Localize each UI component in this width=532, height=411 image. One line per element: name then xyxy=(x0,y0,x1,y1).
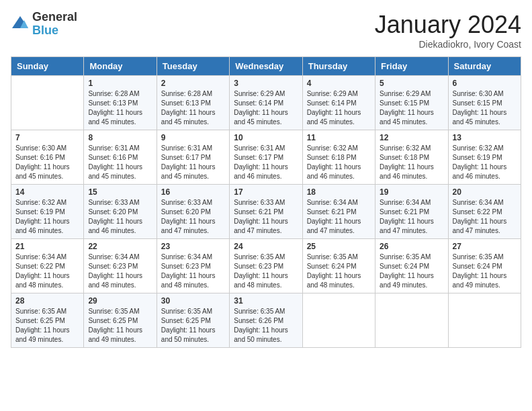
day-number: 17 xyxy=(234,187,298,197)
day-info: Sunrise: 6:28 AM Sunset: 6:13 PM Dayligh… xyxy=(88,89,152,127)
calendar-cell: 14Sunrise: 6:32 AM Sunset: 6:19 PM Dayli… xyxy=(11,185,84,239)
day-info: Sunrise: 6:34 AM Sunset: 6:21 PM Dayligh… xyxy=(307,198,371,236)
day-info: Sunrise: 6:34 AM Sunset: 6:22 PM Dayligh… xyxy=(15,253,79,290)
logo-blue: Blue xyxy=(32,24,77,38)
day-number: 23 xyxy=(161,242,225,251)
page-header: General Blue January 2024 Diekadiokro, I… xyxy=(11,11,521,50)
day-number: 30 xyxy=(161,296,225,306)
day-info: Sunrise: 6:29 AM Sunset: 6:14 PM Dayligh… xyxy=(234,89,298,127)
calendar-cell xyxy=(302,293,375,348)
calendar-cell: 20Sunrise: 6:34 AM Sunset: 6:22 PM Dayli… xyxy=(448,185,521,239)
logo: General Blue xyxy=(11,11,77,38)
calendar-cell: 11Sunrise: 6:32 AM Sunset: 6:18 PM Dayli… xyxy=(302,130,375,185)
calendar-cell: 12Sunrise: 6:32 AM Sunset: 6:18 PM Dayli… xyxy=(375,130,448,185)
day-number: 12 xyxy=(380,133,443,142)
day-number: 4 xyxy=(307,79,371,88)
day-info: Sunrise: 6:32 AM Sunset: 6:18 PM Dayligh… xyxy=(307,144,371,181)
day-number: 22 xyxy=(88,242,152,251)
calendar-cell xyxy=(375,293,448,348)
day-info: Sunrise: 6:34 AM Sunset: 6:23 PM Dayligh… xyxy=(161,253,225,290)
weekday-header-saturday: Saturday xyxy=(448,57,521,76)
day-number: 26 xyxy=(380,242,443,251)
day-number: 1 xyxy=(88,79,152,88)
calendar-cell: 18Sunrise: 6:34 AM Sunset: 6:21 PM Dayli… xyxy=(302,185,375,239)
day-info: Sunrise: 6:30 AM Sunset: 6:15 PM Dayligh… xyxy=(453,89,517,127)
day-info: Sunrise: 6:30 AM Sunset: 6:16 PM Dayligh… xyxy=(15,144,79,181)
calendar-week-3: 14Sunrise: 6:32 AM Sunset: 6:19 PM Dayli… xyxy=(11,185,521,239)
calendar-cell: 8Sunrise: 6:31 AM Sunset: 6:16 PM Daylig… xyxy=(84,130,157,185)
day-number: 8 xyxy=(88,133,152,142)
weekday-header-friday: Friday xyxy=(375,57,448,76)
day-info: Sunrise: 6:29 AM Sunset: 6:15 PM Dayligh… xyxy=(380,89,443,127)
day-info: Sunrise: 6:34 AM Sunset: 6:23 PM Dayligh… xyxy=(88,253,152,290)
calendar-cell: 13Sunrise: 6:32 AM Sunset: 6:19 PM Dayli… xyxy=(448,130,521,185)
day-info: Sunrise: 6:33 AM Sunset: 6:20 PM Dayligh… xyxy=(88,198,152,236)
weekday-header-row: SundayMondayTuesdayWednesdayThursdayFrid… xyxy=(11,57,521,76)
day-info: Sunrise: 6:35 AM Sunset: 6:25 PM Dayligh… xyxy=(161,307,225,345)
day-number: 18 xyxy=(307,187,371,197)
day-info: Sunrise: 6:29 AM Sunset: 6:14 PM Dayligh… xyxy=(307,89,371,127)
day-info: Sunrise: 6:31 AM Sunset: 6:17 PM Dayligh… xyxy=(234,144,298,181)
day-number: 28 xyxy=(15,296,79,306)
day-info: Sunrise: 6:28 AM Sunset: 6:13 PM Dayligh… xyxy=(161,89,225,127)
calendar-cell: 7Sunrise: 6:30 AM Sunset: 6:16 PM Daylig… xyxy=(11,130,84,185)
day-info: Sunrise: 6:33 AM Sunset: 6:21 PM Dayligh… xyxy=(234,198,298,236)
weekday-header-thursday: Thursday xyxy=(302,57,375,76)
day-info: Sunrise: 6:35 AM Sunset: 6:26 PM Dayligh… xyxy=(234,307,298,345)
calendar-week-2: 7Sunrise: 6:30 AM Sunset: 6:16 PM Daylig… xyxy=(11,130,521,185)
calendar-cell: 27Sunrise: 6:35 AM Sunset: 6:24 PM Dayli… xyxy=(448,239,521,293)
calendar-cell xyxy=(11,76,84,130)
day-number: 7 xyxy=(15,133,79,142)
day-number: 14 xyxy=(15,187,79,197)
day-info: Sunrise: 6:34 AM Sunset: 6:21 PM Dayligh… xyxy=(380,198,443,236)
calendar-cell: 1Sunrise: 6:28 AM Sunset: 6:13 PM Daylig… xyxy=(84,76,157,130)
title-block: January 2024 Diekadiokro, Ivory Coast xyxy=(375,11,521,50)
calendar-cell: 30Sunrise: 6:35 AM Sunset: 6:25 PM Dayli… xyxy=(157,293,229,348)
day-info: Sunrise: 6:32 AM Sunset: 6:18 PM Dayligh… xyxy=(380,144,443,181)
calendar-cell: 15Sunrise: 6:33 AM Sunset: 6:20 PM Dayli… xyxy=(84,185,157,239)
day-number: 24 xyxy=(234,242,298,251)
calendar-cell: 28Sunrise: 6:35 AM Sunset: 6:25 PM Dayli… xyxy=(11,293,84,348)
day-info: Sunrise: 6:35 AM Sunset: 6:24 PM Dayligh… xyxy=(453,253,517,290)
day-number: 16 xyxy=(161,187,225,197)
logo-general: General xyxy=(32,11,77,24)
calendar-cell: 3Sunrise: 6:29 AM Sunset: 6:14 PM Daylig… xyxy=(230,76,302,130)
calendar-cell: 4Sunrise: 6:29 AM Sunset: 6:14 PM Daylig… xyxy=(302,76,375,130)
logo-text: General Blue xyxy=(32,11,77,38)
day-info: Sunrise: 6:32 AM Sunset: 6:19 PM Dayligh… xyxy=(15,198,79,236)
calendar-cell: 24Sunrise: 6:35 AM Sunset: 6:23 PM Dayli… xyxy=(230,239,302,293)
day-info: Sunrise: 6:35 AM Sunset: 6:25 PM Dayligh… xyxy=(88,307,152,345)
calendar-cell: 26Sunrise: 6:35 AM Sunset: 6:24 PM Dayli… xyxy=(375,239,448,293)
weekday-header-wednesday: Wednesday xyxy=(230,57,302,76)
calendar-week-4: 21Sunrise: 6:34 AM Sunset: 6:22 PM Dayli… xyxy=(11,239,521,293)
day-number: 19 xyxy=(380,187,443,197)
calendar-cell: 23Sunrise: 6:34 AM Sunset: 6:23 PM Dayli… xyxy=(157,239,229,293)
calendar-cell: 5Sunrise: 6:29 AM Sunset: 6:15 PM Daylig… xyxy=(375,76,448,130)
calendar-cell: 19Sunrise: 6:34 AM Sunset: 6:21 PM Dayli… xyxy=(375,185,448,239)
day-number: 29 xyxy=(88,296,152,306)
day-info: Sunrise: 6:32 AM Sunset: 6:19 PM Dayligh… xyxy=(453,144,517,181)
day-number: 13 xyxy=(453,133,517,142)
logo-icon xyxy=(11,15,30,34)
weekday-header-monday: Monday xyxy=(84,57,157,76)
calendar-cell: 9Sunrise: 6:31 AM Sunset: 6:17 PM Daylig… xyxy=(157,130,229,185)
calendar-cell: 10Sunrise: 6:31 AM Sunset: 6:17 PM Dayli… xyxy=(230,130,302,185)
day-number: 25 xyxy=(307,242,371,251)
day-number: 10 xyxy=(234,133,298,142)
calendar-cell: 29Sunrise: 6:35 AM Sunset: 6:25 PM Dayli… xyxy=(84,293,157,348)
day-number: 21 xyxy=(15,242,79,251)
calendar-table: SundayMondayTuesdayWednesdayThursdayFrid… xyxy=(11,56,521,348)
calendar-cell: 31Sunrise: 6:35 AM Sunset: 6:26 PM Dayli… xyxy=(230,293,302,348)
day-number: 5 xyxy=(380,79,443,88)
day-number: 31 xyxy=(234,296,298,306)
calendar-cell: 17Sunrise: 6:33 AM Sunset: 6:21 PM Dayli… xyxy=(230,185,302,239)
calendar-cell xyxy=(448,293,521,348)
day-info: Sunrise: 6:35 AM Sunset: 6:25 PM Dayligh… xyxy=(15,307,79,345)
weekday-header-tuesday: Tuesday xyxy=(157,57,229,76)
calendar-cell: 22Sunrise: 6:34 AM Sunset: 6:23 PM Dayli… xyxy=(84,239,157,293)
day-info: Sunrise: 6:33 AM Sunset: 6:20 PM Dayligh… xyxy=(161,198,225,236)
calendar-week-5: 28Sunrise: 6:35 AM Sunset: 6:25 PM Dayli… xyxy=(11,293,521,348)
day-number: 27 xyxy=(453,242,517,251)
calendar-cell: 16Sunrise: 6:33 AM Sunset: 6:20 PM Dayli… xyxy=(157,185,229,239)
day-number: 3 xyxy=(234,79,298,88)
